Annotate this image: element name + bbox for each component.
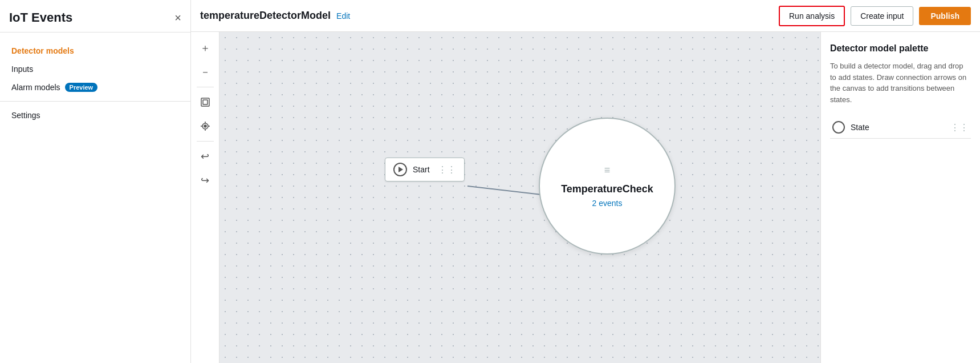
svg-rect-1 [203,100,208,104]
start-label: Start [413,165,430,174]
canvas-controls: ＋ － [191,32,219,363]
sidebar-header: IoT Events × [0,0,190,33]
zoom-in-button[interactable]: ＋ [195,38,215,58]
temp-node-name: TemperatureCheck [561,183,653,195]
sidebar: IoT Events × Detector models Inputs Alar… [0,0,191,363]
svg-point-3 [204,125,206,127]
editor-toolbar-right: Run analysis Create input Publish [779,6,971,26]
canvas-background [219,32,820,363]
temp-node-events[interactable]: 2 events [592,199,623,208]
editor-toolbar: temperatureDetectorModel Edit Run analys… [191,0,980,32]
start-icon [393,163,407,176]
canvas-ctrl-divider-2 [197,141,214,142]
model-name: temperatureDetectorModel [200,10,331,22]
edit-link[interactable]: Edit [336,11,350,21]
redo-button[interactable]: ↪ [195,170,215,191]
sidebar-item-inputs[interactable]: Inputs [0,60,190,78]
sidebar-divider [0,101,190,102]
editor-area: temperatureDetectorModel Edit Run analys… [191,0,980,363]
zoom-out-button[interactable]: － [195,62,215,82]
app-container: IoT Events × Detector models Inputs Alar… [0,0,980,363]
sidebar-item-alarm-models[interactable]: Alarm models Preview [0,78,190,96]
sidebar-item-settings[interactable]: Settings [0,106,190,124]
run-analysis-button[interactable]: Run analysis [779,6,845,26]
publish-button[interactable]: Publish [919,7,971,25]
start-node[interactable]: Start ⋮⋮ [385,158,465,182]
canvas-wrapper: ＋ － [191,32,980,363]
undo-button[interactable]: ↩ [195,146,215,167]
sidebar-nav: Detector models Inputs Alarm models Prev… [0,33,190,134]
close-button[interactable]: × [174,11,181,25]
state-circle-icon [832,121,845,134]
preview-badge: Preview [65,83,98,92]
temperature-check-node[interactable]: ≡ TemperatureCheck 2 events [539,118,676,255]
svg-rect-0 [201,98,209,106]
right-panel-title: Detector model palette [830,43,971,54]
create-input-button[interactable]: Create input [851,6,913,26]
start-handle: ⋮⋮ [438,164,456,175]
canvas-ctrl-divider [197,87,214,87]
palette-item-grip-icon: ⋮⋮ [950,122,969,133]
right-panel: Detector model palette To build a detect… [820,32,980,363]
canvas[interactable]: Start ⋮⋮ ≡ TemperatureCheck 2 events [219,32,820,363]
center-button[interactable] [195,116,215,136]
temp-node-grip-icon: ≡ [604,164,611,176]
sidebar-item-detector-models[interactable]: Detector models [0,42,190,60]
palette-item-label: State [851,123,945,132]
fit-view-button[interactable] [195,92,215,112]
palette-item-state[interactable]: State ⋮⋮ [830,116,971,139]
editor-toolbar-left: temperatureDetectorModel Edit [200,10,350,22]
sidebar-title: IoT Events [9,10,72,25]
main-layout: IoT Events × Detector models Inputs Alar… [0,0,980,363]
right-panel-description: To build a detector model, drag and drop… [830,61,971,105]
